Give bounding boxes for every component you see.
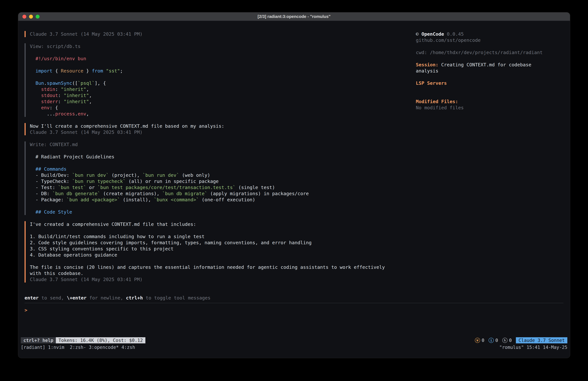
text-segment: , xyxy=(89,99,92,104)
text-segment: `bun test` xyxy=(58,185,86,190)
info-count: 0 xyxy=(495,338,498,343)
text-segment: import xyxy=(36,68,52,74)
text-line xyxy=(30,160,410,166)
text-line: with this codebase. xyxy=(30,270,410,276)
text-line: analysis xyxy=(416,68,567,74)
info-counter: i 0 xyxy=(489,338,498,343)
text-segment: ## Commands xyxy=(30,166,66,172)
assistant-message-block: Now I'll create a comprehensive CONTEXT.… xyxy=(24,123,410,135)
text-line: 2. Code style guidelines covering import… xyxy=(30,240,410,246)
text-segment: github.com/sst/opencode xyxy=(416,37,481,43)
text-segment: `bun run dev` xyxy=(143,172,179,178)
text-segment: : xyxy=(55,87,61,92)
status-bar-left: ctrl+? help Tokens: 16.4K (8%), Cost: $0… xyxy=(21,337,145,343)
text-segment: analysis xyxy=(416,68,439,74)
text-segment: "inherit" xyxy=(61,87,86,92)
text-line: ## Code Style xyxy=(30,209,410,215)
text-segment: , xyxy=(86,87,89,92)
text-segment: stderr xyxy=(41,99,58,104)
text-line: env: { xyxy=(30,105,410,111)
conversation: Claude 3.7 Sonnet (14 May 2025 03:41 PM)… xyxy=(24,31,410,313)
text-segment: (apply migrations) in packages/core xyxy=(207,191,309,196)
text-line: 3. CSS styling conventions specific to t… xyxy=(30,246,410,252)
close-button[interactable] xyxy=(22,15,26,19)
text-segment: to toggle tool messages xyxy=(143,295,210,301)
text-line xyxy=(416,74,567,80)
text-segment: (web only) xyxy=(179,172,210,178)
text-line: - Test: `bun test` or `bun test packages… xyxy=(30,184,410,190)
text-segment: ## Code Style xyxy=(30,209,72,215)
text-line: I've created a comprehensive CONTEXT.md … xyxy=(30,221,410,227)
model-badge[interactable]: Claude 3.7 Sonnet xyxy=(516,337,567,343)
text-segment: View: script/db.ts xyxy=(30,44,81,49)
text-segment: OpenCode xyxy=(421,31,444,37)
titlebar[interactable]: [2/3] radiant:3:opencode - "romulus" xyxy=(18,12,570,21)
info-icon: i xyxy=(489,338,494,343)
text-line xyxy=(30,203,410,209)
text-line: enter to send, \+enter for newline, ctrl… xyxy=(24,295,410,301)
text-segment: env xyxy=(41,105,50,111)
text-segment: with this codebase. xyxy=(30,270,84,276)
text-segment: "inherit" xyxy=(64,99,89,104)
text-line: LSP Servers xyxy=(416,80,567,86)
text-line xyxy=(30,258,410,264)
text-segment: LSP Servers xyxy=(416,80,447,86)
text-segment: Modified Files: xyxy=(416,99,458,104)
text-segment: cwd: /home/thdxr/dev/projects/radiant/ra… xyxy=(416,50,543,55)
text-line: Claude 3.7 Sonnet (14 May 2025 03:41 PM) xyxy=(30,31,410,37)
text-line: Modified Files: xyxy=(416,98,567,105)
text-segment: or xyxy=(86,185,97,190)
text-line: github.com/sst/opencode xyxy=(416,37,567,43)
text-line: stdin: "inherit", xyxy=(30,86,410,92)
tmux-session-info: "romulus" 15:41 14-May-25 xyxy=(499,345,567,350)
text-segment: `bun test packages/core/test/transaction… xyxy=(97,185,236,190)
prompt-input[interactable]: > xyxy=(24,307,410,313)
text-segment: : xyxy=(58,99,64,104)
text-segment: , xyxy=(89,93,92,98)
text-segment: `bun run typecheck` xyxy=(72,179,126,184)
text-line xyxy=(30,148,410,154)
text-segment: I've created a comprehensive CONTEXT.md … xyxy=(30,222,196,227)
text-line xyxy=(416,43,567,49)
text-segment: 3. CSS styling conventions specific to t… xyxy=(30,246,173,251)
text-line: Claude 3.7 Sonnet (14 May 2025 03:41 PM) xyxy=(30,276,410,283)
text-line: - Package: `bun add <package>` (install)… xyxy=(30,197,410,203)
text-line xyxy=(416,92,567,98)
text-segment: (single test) xyxy=(236,185,275,190)
text-segment: The file is concise (20 lines) and captu… xyxy=(30,265,385,270)
text-line: Bun.spawnSync([`psql`], { xyxy=(30,80,410,86)
assistant-summary-block: I've created a comprehensive CONTEXT.md … xyxy=(24,221,410,283)
tool-view-block: View: script/db.ts #!/usr/bin/env bun im… xyxy=(24,43,410,117)
text-line: - DB: `bun db generate` (create migratio… xyxy=(30,190,410,197)
text-line: stderr: "inherit", xyxy=(30,98,410,105)
hint-counter: h 0 xyxy=(502,338,512,343)
text-segment: `bun db migrate` xyxy=(162,191,207,196)
text-line: - Build/Dev: `bun run dev` (project), `b… xyxy=(30,172,410,178)
text-segment: - Package: xyxy=(30,197,66,202)
text-line: Now I'll create a comprehensive CONTEXT.… xyxy=(30,123,410,129)
text-segment: No modified files xyxy=(416,105,464,111)
input-divider xyxy=(24,303,564,303)
text-line: ...process.env, xyxy=(30,111,410,117)
tmux-status-bar: [radiant] 1:nvim 2:zsh- 3:opencode* 4:zs… xyxy=(21,345,567,350)
text-line xyxy=(30,227,410,233)
text-segment: to send, xyxy=(39,295,67,301)
text-line xyxy=(30,62,410,68)
status-bar: ctrl+? help Tokens: 16.4K (8%), Cost: $0… xyxy=(21,337,567,343)
text-segment: . xyxy=(75,111,78,116)
warning-count: 0 xyxy=(482,338,484,343)
prompt-symbol: > xyxy=(24,307,27,313)
text-segment: `bunx <command>` xyxy=(154,197,199,202)
text-segment: , xyxy=(86,111,89,116)
minimize-button[interactable] xyxy=(29,15,33,19)
text-line: © OpenCode 0.0.45 xyxy=(416,31,567,37)
zoom-button[interactable] xyxy=(36,15,40,19)
text-segment: . xyxy=(44,80,47,86)
text-line: ## Commands xyxy=(30,166,410,172)
tmux-window-list[interactable]: [radiant] 1:nvim 2:zsh- 3:opencode* 4:zs… xyxy=(21,345,135,350)
text-line: - TypeCheck: `bun run typecheck` (all) o… xyxy=(30,178,410,184)
help-shortcut-badge[interactable]: ctrl+? help xyxy=(21,337,56,343)
hint-count: 0 xyxy=(509,338,512,343)
text-line: cwd: /home/thdxr/dev/projects/radiant/ra… xyxy=(416,49,567,56)
text-segment: (project), xyxy=(109,172,143,178)
